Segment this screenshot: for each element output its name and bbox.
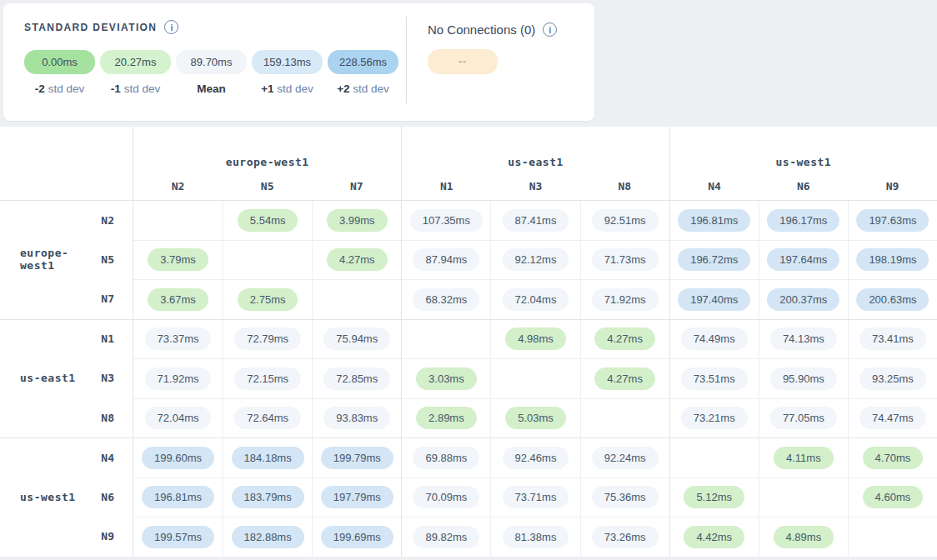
latency-pill[interactable]: 196.81ms [678,209,750,232]
column-header-N2: N2 [133,180,223,192]
latency-cell: 77.05ms [759,398,848,438]
latency-pill[interactable]: 5.12ms [684,486,744,508]
matrix-row-N8: N872.04ms72.64ms93.83ms2.89ms5.03ms73.21… [0,398,937,438]
latency-pill[interactable]: 197.79ms [321,486,393,508]
latency-pill[interactable]: 73.21ms [681,407,748,429]
latency-pill[interactable]: 87.41ms [503,209,569,232]
std-dev-stop: 0.00ms -2 std dev [24,50,95,95]
latency-pill[interactable]: 199.57ms [142,526,214,548]
latency-pill[interactable]: 2.89ms [416,407,477,429]
latency-pill[interactable]: 4.27ms [327,248,388,271]
latency-pill[interactable]: 72.15ms [234,368,301,390]
latency-cell: 200.63ms [848,279,937,319]
latency-pill[interactable]: 71.73ms [592,248,659,271]
row-header-N8: N8 [0,398,133,438]
info-icon[interactable]: i [164,20,178,34]
latency-pill[interactable]: 5.54ms [238,209,298,232]
latency-pill[interactable]: 4.89ms [774,526,834,548]
row-region-label: europe-west1 [0,247,101,272]
latency-pill[interactable]: 72.79ms [234,328,301,350]
latency-cell: 72.04ms [133,398,223,438]
latency-pill[interactable]: 200.37ms [767,288,839,311]
latency-pill[interactable]: 196.81ms [142,486,214,508]
latency-pill[interactable]: 71.92ms [145,368,212,390]
latency-pill[interactable]: 71.92ms [592,288,659,311]
latency-pill[interactable]: 182.88ms [232,526,304,548]
latency-pill[interactable]: 198.19ms [856,248,929,271]
row-node-label: N2 [101,214,133,227]
latency-cell: 197.79ms [312,478,401,518]
latency-pill[interactable]: 93.25ms [859,368,926,390]
latency-pill[interactable]: 200.63ms [856,288,929,311]
latency-pill[interactable]: 74.49ms [681,328,748,350]
latency-pill[interactable]: 95.90ms [770,368,837,390]
latency-pill[interactable]: 73.41ms [859,328,926,350]
latency-pill[interactable]: 3.99ms [327,209,388,232]
matrix-row-N5: europe-west1N53.79ms4.27ms87.94ms92.12ms… [0,240,937,280]
latency-cell: 81.38ms [490,517,579,557]
no-connection-pill: -- [428,49,498,74]
latency-pill[interactable]: 197.40ms [678,288,750,311]
latency-pill[interactable]: 3.03ms [416,368,477,390]
std-dev-pill: 89.70ms [176,50,247,74]
latency-pill[interactable]: 196.17ms [767,209,839,232]
latency-pill[interactable]: 196.72ms [678,248,750,271]
latency-pill[interactable]: 107.35ms [410,209,483,232]
latency-pill[interactable]: 72.64ms [234,407,301,429]
latency-pill[interactable]: 77.05ms [770,407,837,429]
latency-pill[interactable]: 92.51ms [592,209,659,232]
latency-cell: 74.49ms [669,320,759,359]
row-node-label: N9 [101,530,133,542]
latency-cell: 87.41ms [490,201,579,240]
latency-pill[interactable]: 70.09ms [413,486,479,508]
latency-pill[interactable]: 3.67ms [148,288,208,311]
latency-pill[interactable]: 92.24ms [592,447,659,469]
latency-pill[interactable]: 184.18ms [232,447,304,469]
matrix-row-N7: N73.67ms2.75ms68.32ms72.04ms71.92ms197.4… [0,279,937,319]
latency-pill[interactable]: 89.82ms [413,526,479,548]
latency-cell [848,517,937,557]
latency-pill[interactable]: 4.27ms [594,368,655,390]
column-header-N1: N1 [402,180,491,192]
latency-pill[interactable]: 68.32ms [413,288,479,311]
latency-cell: 4.27ms [580,358,669,398]
latency-pill[interactable]: 93.83ms [323,407,390,429]
latency-pill[interactable]: 4.70ms [863,447,924,469]
latency-pill[interactable]: 73.37ms [145,328,212,350]
latency-pill[interactable]: 197.63ms [856,209,929,232]
latency-cell: 196.81ms [669,201,759,240]
latency-pill[interactable]: 73.26ms [592,526,659,548]
latency-pill[interactable]: 4.60ms [863,486,924,508]
latency-pill[interactable]: 4.98ms [505,328,566,350]
latency-pill[interactable]: 183.79ms [232,486,304,508]
latency-pill[interactable]: 2.75ms [238,288,298,311]
std-dev-header: STANDARD DEVIATION i [24,20,178,34]
latency-pill[interactable]: 199.79ms [321,447,393,469]
latency-pill[interactable]: 3.79ms [148,248,208,271]
latency-pill[interactable]: 5.03ms [505,407,566,429]
latency-pill[interactable]: 81.38ms [503,526,569,548]
std-dev-pill: 20.27ms [100,50,171,74]
latency-pill[interactable]: 4.27ms [594,328,655,350]
latency-pill[interactable]: 4.11ms [774,447,834,469]
latency-pill[interactable]: 69.88ms [413,447,479,469]
latency-pill[interactable]: 75.94ms [323,328,390,350]
latency-pill[interactable]: 92.46ms [503,447,569,469]
latency-pill[interactable]: 75.36ms [592,486,659,508]
latency-pill[interactable]: 4.42ms [684,526,744,548]
latency-pill[interactable]: 73.51ms [681,368,748,390]
latency-cell: 5.12ms [669,478,759,518]
latency-pill[interactable]: 92.12ms [503,248,569,271]
latency-pill[interactable]: 72.04ms [145,407,212,429]
latency-pill[interactable]: 199.60ms [142,447,214,469]
latency-pill[interactable]: 74.13ms [770,328,837,350]
latency-pill[interactable]: 73.71ms [503,486,569,508]
latency-pill[interactable]: 74.47ms [859,407,926,429]
latency-pill[interactable]: 72.85ms [323,368,390,390]
latency-pill[interactable]: 197.64ms [767,248,839,271]
latency-pill[interactable]: 72.04ms [503,288,569,311]
latency-pill[interactable]: 87.94ms [413,248,479,271]
latency-cell: 5.03ms [490,398,579,438]
latency-pill[interactable]: 199.69ms [321,526,393,548]
info-icon[interactable]: i [543,22,557,37]
